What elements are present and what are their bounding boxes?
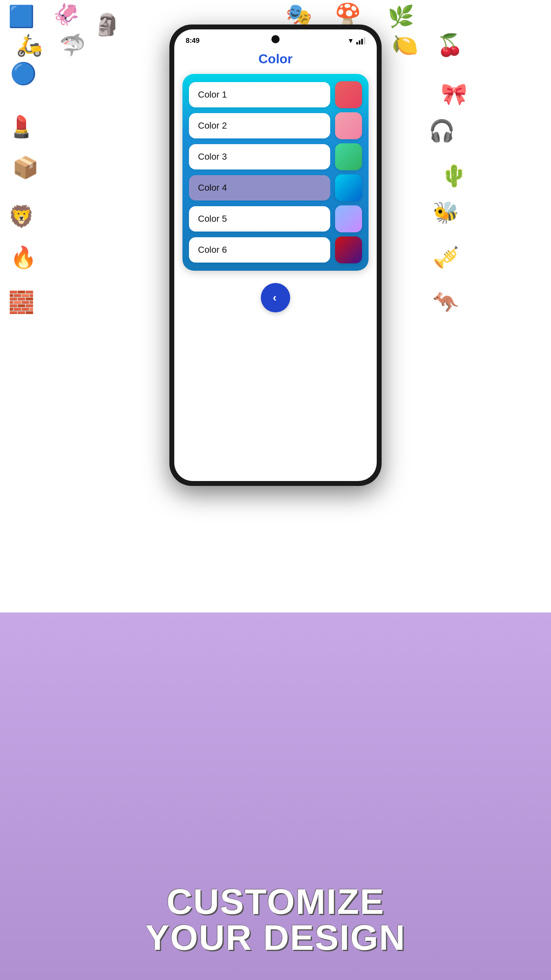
screen-content: Color Color 1Color 2Color 3Color 4Color … xyxy=(174,51,377,312)
color-swatch-2 xyxy=(335,112,362,139)
deco-sticker: 🔵 xyxy=(10,61,37,86)
deco-sticker: 🍄 xyxy=(335,2,361,27)
color-swatch-6 xyxy=(335,236,362,263)
deco-sticker: 🎭 xyxy=(286,2,312,27)
phone-screen: 8:49 ▼ Color Color 1Color 2 xyxy=(174,29,377,481)
tagline-line1: CUSTOMIZE xyxy=(0,884,551,920)
back-chevron-icon: ‹ xyxy=(273,292,276,303)
deco-sticker: 🦑 xyxy=(53,2,80,27)
color-label-6: Color 6 xyxy=(189,237,330,263)
color-list-container: Color 1Color 2Color 3Color 4Color 5Color… xyxy=(182,74,369,271)
color-item-1[interactable]: Color 1 xyxy=(189,81,362,108)
deco-sticker: 📦 xyxy=(12,155,39,180)
color-label-2: Color 2 xyxy=(189,113,330,138)
color-label-3: Color 3 xyxy=(189,144,330,169)
deco-sticker: 🍋 xyxy=(392,33,418,58)
color-swatch-3 xyxy=(335,143,362,170)
color-item-3[interactable]: Color 3 xyxy=(189,143,362,170)
deco-sticker: 🐝 xyxy=(433,200,459,225)
wifi-icon: ▼ xyxy=(347,37,354,45)
deco-sticker: 🎺 xyxy=(433,245,459,270)
deco-sticker: 🎧 xyxy=(429,118,455,143)
signal-icon xyxy=(356,37,365,45)
color-item-4[interactable]: Color 4 xyxy=(189,174,362,201)
deco-sticker: 🦈 xyxy=(59,33,86,58)
deco-sticker: 🔥 xyxy=(10,245,37,270)
status-time: 8:49 xyxy=(186,37,200,45)
color-item-5[interactable]: Color 5 xyxy=(189,205,362,232)
deco-sticker: 🎀 xyxy=(441,82,467,107)
deco-sticker: 🟦 xyxy=(8,4,35,29)
color-label-1: Color 1 xyxy=(189,82,330,107)
color-item-2[interactable]: Color 2 xyxy=(189,112,362,139)
camera-notch xyxy=(271,35,280,43)
deco-sticker: 🍒 xyxy=(437,33,463,58)
tagline-line2: YOUR DESIGN xyxy=(0,920,551,956)
color-label-4: Color 4 xyxy=(189,175,330,200)
color-item-6[interactable]: Color 6 xyxy=(189,236,362,263)
phone-frame: 8:49 ▼ Color Color 1Color 2 xyxy=(169,24,382,486)
color-label-5: Color 5 xyxy=(189,206,330,232)
color-swatch-1 xyxy=(335,81,362,108)
deco-sticker: 💄 xyxy=(8,114,35,139)
deco-sticker: 🦁 xyxy=(8,204,35,229)
deco-sticker: 🗿 xyxy=(94,12,120,37)
color-swatch-5 xyxy=(335,205,362,232)
deco-sticker: 🌵 xyxy=(441,163,467,188)
status-icons: ▼ xyxy=(347,37,365,45)
deco-sticker: 🧱 xyxy=(8,290,35,315)
color-swatch-4 xyxy=(335,174,362,201)
page-title: Color xyxy=(182,51,369,67)
deco-sticker: 🦘 xyxy=(433,290,459,315)
deco-sticker: 🌿 xyxy=(388,4,414,29)
tagline: CUSTOMIZE YOUR DESIGN xyxy=(0,884,551,956)
deco-sticker: 🛵 xyxy=(16,33,43,58)
back-button[interactable]: ‹ xyxy=(261,283,290,312)
